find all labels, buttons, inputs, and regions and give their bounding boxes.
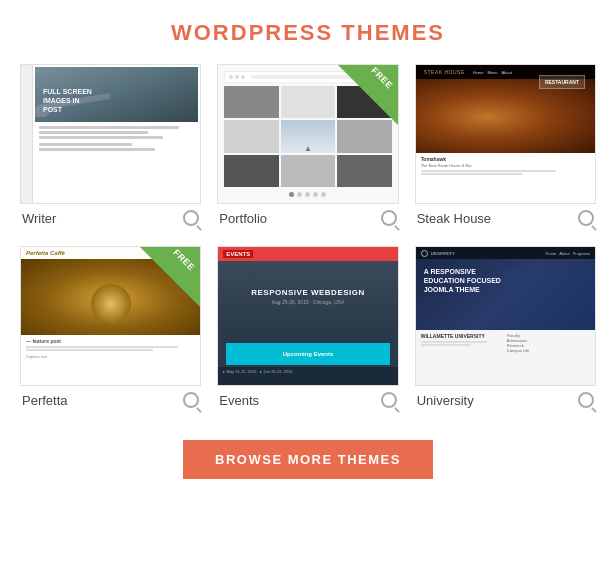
theme-info-university: University bbox=[415, 386, 596, 412]
theme-thumbnail-steakhouse: STEAK HOUSE Home Menu About RESTAURANT T… bbox=[415, 64, 596, 204]
theme-thumbnail-writer: FULL SCREENIMAGES INPOST bbox=[20, 64, 201, 204]
free-badge-portfolio bbox=[338, 65, 398, 125]
theme-thumbnail-perfetta: FREE Perfetta Caffè — feature post Capti… bbox=[20, 246, 201, 386]
page-title: WORDPRESS THEMES bbox=[171, 20, 445, 46]
theme-card-steakhouse[interactable]: STEAK HOUSE Home Menu About RESTAURANT T… bbox=[415, 64, 596, 230]
theme-card-events[interactable]: EVENTS RESPONSIVE WEBDESIGN Aug 25-26, 2… bbox=[217, 246, 398, 412]
free-badge-perfetta bbox=[140, 247, 200, 307]
theme-card-writer[interactable]: FULL SCREENIMAGES INPOST Writer bbox=[20, 64, 201, 230]
theme-name-perfetta: Perfetta bbox=[22, 393, 68, 408]
theme-card-portfolio[interactable]: FREE bbox=[217, 64, 398, 230]
uni-logo-circle bbox=[421, 250, 428, 257]
theme-name-steakhouse: Steak House bbox=[417, 211, 491, 226]
search-icon-events[interactable] bbox=[381, 392, 397, 408]
theme-name-writer: Writer bbox=[22, 211, 56, 226]
theme-info-events: Events bbox=[217, 386, 398, 412]
theme-thumbnail-events: EVENTS RESPONSIVE WEBDESIGN Aug 25-26, 2… bbox=[217, 246, 398, 386]
theme-name-events: Events bbox=[219, 393, 259, 408]
theme-name-university: University bbox=[417, 393, 474, 408]
theme-info-perfetta: Perfetta bbox=[20, 386, 201, 412]
theme-card-university[interactable]: UNIVERSITY Home About Programs A RESPONS… bbox=[415, 246, 596, 412]
theme-info-writer: Writer bbox=[20, 204, 201, 230]
theme-thumbnail-university: UNIVERSITY Home About Programs A RESPONS… bbox=[415, 246, 596, 386]
theme-info-steakhouse: Steak House bbox=[415, 204, 596, 230]
search-icon-steakhouse[interactable] bbox=[578, 210, 594, 226]
search-icon-perfetta[interactable] bbox=[183, 392, 199, 408]
theme-info-portfolio: Portfolio bbox=[217, 204, 398, 230]
themes-grid: FULL SCREENIMAGES INPOST Writer FREE bbox=[20, 64, 596, 412]
theme-name-portfolio: Portfolio bbox=[219, 211, 267, 226]
theme-thumbnail-portfolio: FREE bbox=[217, 64, 398, 204]
search-icon-writer[interactable] bbox=[183, 210, 199, 226]
search-icon-portfolio[interactable] bbox=[381, 210, 397, 226]
browse-more-themes-button[interactable]: BROWSE MORE THEMES bbox=[183, 440, 433, 479]
search-icon-university[interactable] bbox=[578, 392, 594, 408]
theme-card-perfetta[interactable]: FREE Perfetta Caffè — feature post Capti… bbox=[20, 246, 201, 412]
